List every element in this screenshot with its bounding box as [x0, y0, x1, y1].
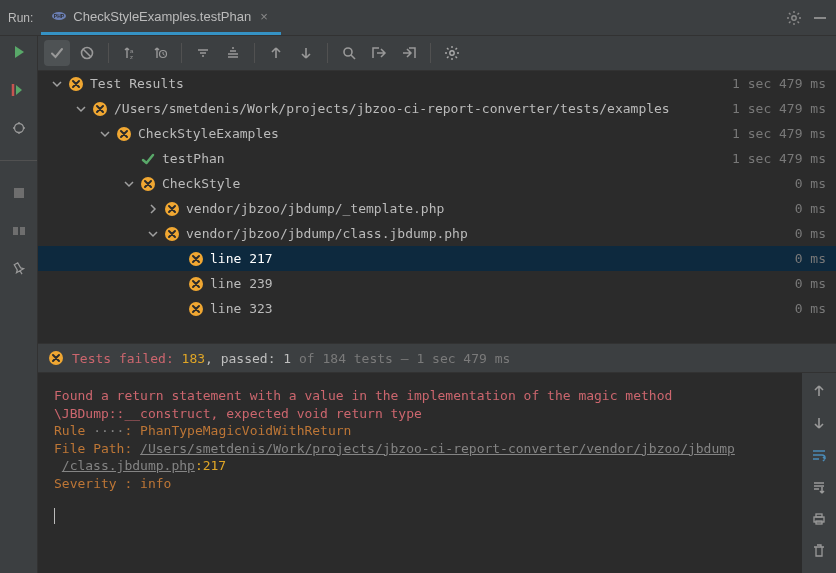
- chevron-down-icon[interactable]: [50, 77, 64, 91]
- sort-duration-button[interactable]: [147, 40, 173, 66]
- console-output[interactable]: Found a return statement with a value in…: [38, 373, 802, 573]
- chevron-none: [170, 277, 184, 291]
- tree-row-label: CheckStyle: [162, 176, 240, 191]
- tree-row[interactable]: CheckStyle0 ms: [38, 171, 836, 196]
- tree-row[interactable]: line 3230 ms: [38, 296, 836, 321]
- rule-dots: ····: [93, 423, 124, 438]
- tree-row[interactable]: vendor/jbzoo/jbdump/class.jbdump.php0 ms: [38, 221, 836, 246]
- fail-icon: [164, 226, 180, 242]
- tree-row-label: CheckStyleExamples: [138, 126, 279, 141]
- error-message-line1: Found a return statement with a value in…: [54, 387, 786, 405]
- tab-title: CheckStyleExamples.testPhan: [73, 9, 251, 24]
- tree-row[interactable]: testPhan1 sec 479 ms: [38, 146, 836, 171]
- scroll-to-end-button[interactable]: [809, 477, 829, 497]
- tree-row[interactable]: line 2170 ms: [38, 246, 836, 271]
- tree-row-time: 1 sec 479 ms: [732, 126, 826, 141]
- console-right-rail: [802, 373, 836, 573]
- tree-row-time: 0 ms: [795, 251, 826, 266]
- fail-icon: [140, 176, 156, 192]
- clear-button[interactable]: [809, 541, 829, 561]
- layout-button[interactable]: [9, 221, 29, 241]
- filepath-link-part1[interactable]: /Users/smetdenis/Work/projects/jbzoo-ci-…: [140, 441, 735, 456]
- print-button[interactable]: [809, 509, 829, 529]
- chevron-down-icon[interactable]: [74, 102, 88, 116]
- filepath-sep: :: [195, 458, 203, 473]
- php-icon: [51, 8, 67, 24]
- run-label: Run:: [8, 11, 33, 25]
- chevron-down-icon[interactable]: [146, 227, 160, 241]
- toggle-auto-test-button[interactable]: [9, 118, 29, 138]
- tree-row-time: 0 ms: [795, 201, 826, 216]
- show-ignored-button[interactable]: [74, 40, 100, 66]
- filepath-label: File Path:: [54, 441, 140, 456]
- tree-row[interactable]: vendor/jbzoo/jbdump/_template.php0 ms: [38, 196, 836, 221]
- rule-label: Rule: [54, 423, 93, 438]
- tree-row-label: line 217: [210, 251, 273, 266]
- tree-row[interactable]: line 2390 ms: [38, 271, 836, 296]
- expand-all-button[interactable]: [220, 40, 246, 66]
- summary-total: of 184 tests – 1 sec 479 ms: [291, 351, 510, 366]
- run-config-tab[interactable]: CheckStyleExamples.testPhan ×: [41, 0, 280, 35]
- prev-output-button[interactable]: [809, 381, 829, 401]
- summary-passed-count: 1: [283, 351, 291, 366]
- run-header: Run: CheckStyleExamples.testPhan ×: [0, 0, 836, 36]
- soft-wrap-button[interactable]: [809, 445, 829, 465]
- chevron-right-icon[interactable]: [146, 202, 160, 216]
- stop-button[interactable]: [9, 183, 29, 203]
- fail-icon: [116, 126, 132, 142]
- filepath-link-part2[interactable]: /class.jbdump.php: [62, 458, 195, 473]
- close-icon[interactable]: ×: [257, 9, 271, 24]
- show-passed-button[interactable]: [44, 40, 70, 66]
- fail-icon: [164, 201, 180, 217]
- import-results-button[interactable]: [366, 40, 392, 66]
- pin-button[interactable]: [9, 259, 29, 279]
- tree-row-time: 1 sec 479 ms: [732, 76, 826, 91]
- fail-icon: [92, 101, 108, 117]
- chevron-none: [122, 152, 136, 166]
- tree-row-label: vendor/jbzoo/jbdump/class.jbdump.php: [186, 226, 468, 241]
- fail-icon: [188, 276, 204, 292]
- run-button[interactable]: [9, 42, 29, 62]
- prev-failed-button[interactable]: [263, 40, 289, 66]
- tree-row-label: Test Results: [90, 76, 184, 91]
- search-tests-button[interactable]: [336, 40, 362, 66]
- collapse-all-button[interactable]: [190, 40, 216, 66]
- summary-passed-label: , passed:: [205, 351, 283, 366]
- test-toolbar: [38, 36, 836, 71]
- test-tree[interactable]: Test Results1 sec 479 ms/Users/smetdenis…: [38, 71, 836, 343]
- fail-icon: [68, 76, 84, 92]
- tree-row-label: testPhan: [162, 151, 225, 166]
- chevron-none: [170, 302, 184, 316]
- left-action-rail: [0, 36, 38, 573]
- summary-failed-count: 183: [182, 351, 205, 366]
- fail-icon: [188, 251, 204, 267]
- gear-icon[interactable]: [786, 10, 802, 26]
- severity-value: info: [140, 476, 171, 491]
- chevron-down-icon[interactable]: [122, 177, 136, 191]
- tree-row-label: /Users/smetdenis/Work/projects/jbzoo-ci-…: [114, 101, 670, 116]
- filepath-line-number: 217: [203, 458, 226, 473]
- tree-row-time: 0 ms: [795, 176, 826, 191]
- tree-row[interactable]: Test Results1 sec 479 ms: [38, 71, 836, 96]
- summary-failed-label: Tests failed:: [72, 351, 182, 366]
- tree-row-time: 0 ms: [795, 276, 826, 291]
- tree-row-time: 1 sec 479 ms: [732, 101, 826, 116]
- pass-icon: [140, 151, 156, 167]
- tree-row[interactable]: /Users/smetdenis/Work/projects/jbzoo-ci-…: [38, 96, 836, 121]
- tree-row-time: 0 ms: [795, 226, 826, 241]
- error-message-line2: \JBDump::__construct, expected void retu…: [54, 405, 786, 423]
- fail-icon: [48, 350, 64, 366]
- sort-alpha-button[interactable]: [117, 40, 143, 66]
- tree-row[interactable]: CheckStyleExamples1 sec 479 ms: [38, 121, 836, 146]
- chevron-none: [170, 252, 184, 266]
- rule-value: PhanTypeMagicVoidWithReturn: [140, 423, 351, 438]
- rerun-failed-button[interactable]: [9, 80, 29, 100]
- tree-row-label: vendor/jbzoo/jbdump/_template.php: [186, 201, 444, 216]
- minimize-icon[interactable]: [812, 10, 828, 26]
- tree-row-label: line 323: [210, 301, 273, 316]
- export-results-button[interactable]: [396, 40, 422, 66]
- test-settings-button[interactable]: [439, 40, 465, 66]
- next-failed-button[interactable]: [293, 40, 319, 66]
- chevron-down-icon[interactable]: [98, 127, 112, 141]
- next-output-button[interactable]: [809, 413, 829, 433]
